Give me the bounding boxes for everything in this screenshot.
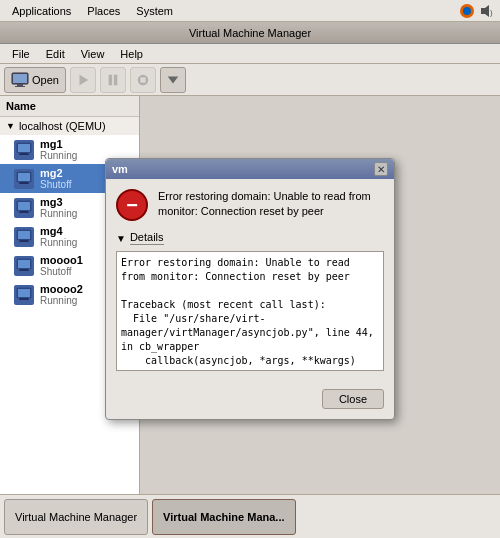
details-label: Details [130,231,164,245]
dialog-close-x-button[interactable]: ✕ [374,162,388,176]
dialog-footer: Close [106,389,394,419]
dialog-titlebar: vm ✕ [106,159,394,179]
details-text: Error restoring domain: Unable to read f… [121,256,379,371]
details-box[interactable]: Error restoring domain: Unable to read f… [116,251,384,371]
close-button[interactable]: Close [322,389,384,409]
dialog-overlay: vm ✕ − Error restoring domain: Unable to… [0,0,500,538]
dialog-error-row: − Error restoring domain: Unable to read… [116,189,384,221]
details-toggle[interactable]: ▼ Details [116,231,384,245]
error-icon: − [116,189,148,221]
dialog-body: − Error restoring domain: Unable to read… [106,179,394,389]
dialog-error-text: Error restoring domain: Unable to read f… [158,189,384,220]
details-arrow-icon: ▼ [116,233,126,244]
dialog-title: vm [112,163,128,175]
error-dialog: vm ✕ − Error restoring domain: Unable to… [105,158,395,420]
